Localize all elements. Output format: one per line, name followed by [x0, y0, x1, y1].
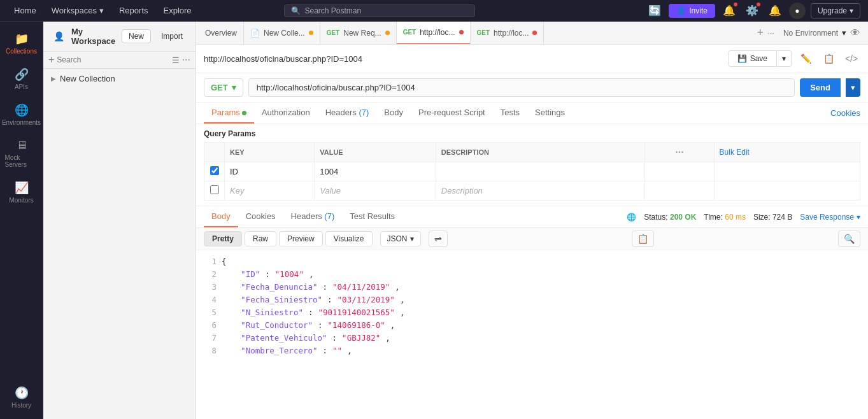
req-tab-body[interactable]: Body: [376, 103, 411, 124]
param-key-id[interactable]: ID: [225, 162, 315, 181]
json-viewer[interactable]: 1 { 2 "ID": "1004", 3 "Fecha_Denuncia": …: [196, 250, 868, 419]
code-icon[interactable]: </>: [843, 50, 860, 67]
add-icon[interactable]: +: [48, 54, 54, 66]
param-value-empty[interactable]: Value: [315, 181, 436, 201]
method-badge-get-2: GET: [477, 29, 490, 36]
param-row-id: ID 1004: [204, 162, 860, 181]
json-line-1: 1 {: [204, 255, 860, 268]
notification-badge: [733, 2, 738, 7]
req-tab-authorization[interactable]: Authorization: [254, 103, 318, 124]
param-checkbox-empty[interactable]: [210, 185, 219, 194]
fmt-visualize-button[interactable]: Visualize: [325, 231, 373, 246]
edit-icon[interactable]: ✏️: [797, 50, 815, 67]
param-key-empty[interactable]: Key: [225, 181, 315, 201]
tab-dot: [309, 31, 313, 35]
cookies-link[interactable]: Cookies: [830, 108, 860, 118]
tab-new-collection[interactable]: 📄 New Colle...: [244, 22, 320, 45]
req-tab-params[interactable]: Params: [204, 103, 254, 124]
tab-new-request[interactable]: GET New Req...: [320, 22, 397, 45]
save-button[interactable]: 💾 Save: [728, 50, 777, 67]
tab-localhost-active[interactable]: GET http://loc...: [397, 22, 471, 45]
resp-tab-headers[interactable]: Headers (7): [283, 206, 343, 227]
side-panel-tools: + ☰ ···: [43, 52, 196, 69]
req-tab-tests[interactable]: Tests: [493, 103, 527, 124]
add-tab-icon[interactable]: +: [757, 26, 764, 39]
param-desc-empty[interactable]: Description: [436, 181, 645, 201]
sidebar-item-apis[interactable]: 🔗 APIs: [3, 62, 41, 96]
tab-dot-active: [459, 30, 464, 34]
json-line-4: 4 "Fecha_Siniestro": "03/11/2019",: [204, 294, 860, 306]
resp-tab-body[interactable]: Body: [204, 206, 238, 227]
avatar[interactable]: ●: [789, 3, 806, 19]
sidebar-item-collections[interactable]: 📁 Collections: [3, 27, 41, 60]
col-more[interactable]: ···: [645, 143, 714, 162]
collections-icon: 📁: [15, 32, 29, 46]
more-icon[interactable]: ···: [182, 54, 190, 66]
environment-selector[interactable]: No Environment ▾: [783, 28, 846, 38]
url-display: http://localhost/oficina/buscar.php?ID=1…: [204, 54, 723, 64]
json-format-select[interactable]: JSON ▾: [380, 231, 421, 246]
col-bulk-edit[interactable]: Bulk Edit: [714, 143, 860, 162]
tab-actions: + ··· No Environment ▾ 👁: [757, 26, 865, 39]
eye-icon[interactable]: 👁: [850, 27, 860, 39]
req-tab-headers[interactable]: Headers (7): [318, 103, 377, 124]
sidebar-item-environments[interactable]: 🌐 Environments: [3, 98, 41, 131]
tab-localhost-2[interactable]: GET http://loc...: [471, 22, 544, 45]
save-response-button[interactable]: Save Response ▾: [800, 213, 860, 222]
response-status: Status: 200 OK: [644, 213, 696, 222]
resp-tab-test-results[interactable]: Test Results: [342, 206, 402, 227]
nav-explore[interactable]: Explore: [157, 3, 198, 18]
save-dropdown[interactable]: ▾: [777, 50, 792, 67]
param-value-id[interactable]: 1004: [315, 162, 436, 181]
tab-overview[interactable]: Overview: [199, 22, 244, 45]
search-bar[interactable]: 🔍 Search Postman: [284, 4, 475, 17]
fmt-raw-button[interactable]: Raw: [245, 231, 276, 246]
param-checkbox-id[interactable]: [210, 166, 219, 175]
resp-tab-cookies[interactable]: Cookies: [238, 206, 283, 227]
nav-reports[interactable]: Reports: [113, 3, 155, 18]
chevron-right-icon: ▶: [51, 75, 56, 82]
send-button[interactable]: Send: [800, 78, 841, 97]
send-dropdown[interactable]: ▾: [846, 78, 860, 97]
search-response-icon[interactable]: 🔍: [838, 231, 860, 247]
upgrade-button[interactable]: Upgrade ▾: [811, 3, 860, 18]
collections-search-input[interactable]: [57, 55, 169, 64]
url-input[interactable]: [248, 78, 795, 97]
more-tabs-icon[interactable]: ···: [767, 28, 774, 38]
req-tab-settings[interactable]: Settings: [527, 103, 573, 124]
tabs-bar: Overview 📄 New Colle... GET New Req... G…: [196, 22, 868, 45]
sidebar-item-history[interactable]: 🕐 History: [3, 381, 41, 414]
method-badge-get-active: GET: [403, 29, 416, 36]
apis-icon: 🔗: [15, 67, 29, 82]
sidebar-item-mock-servers[interactable]: 🖥 Mock Servers: [3, 134, 41, 173]
notification-bell-icon[interactable]: 🔔: [720, 2, 738, 20]
param-desc-id[interactable]: [436, 162, 645, 181]
invite-button[interactable]: 👤 Invite: [669, 4, 715, 18]
params-dot: [242, 111, 246, 115]
doc-icon[interactable]: 📋: [820, 50, 837, 67]
method-select[interactable]: GET ▾: [204, 78, 243, 97]
nav-workspaces[interactable]: Workspaces ▾: [45, 3, 110, 18]
params-table: KEY VALUE DESCRIPTION ··· Bulk Edit ID 1…: [204, 142, 860, 201]
collection-name: New Collection: [60, 74, 115, 83]
copy-icon[interactable]: 📋: [632, 231, 654, 247]
nav-home[interactable]: Home: [8, 3, 43, 18]
json-line-7: 7 "Patente_Vehiculo": "GBJJ82",: [204, 332, 860, 344]
monitors-icon: 📈: [15, 181, 29, 195]
json-line-2: 2 "ID": "1004",: [204, 268, 860, 281]
sync-icon[interactable]: 🔄: [646, 2, 664, 20]
new-button[interactable]: New: [122, 29, 151, 43]
wrap-icon[interactable]: ⇌: [429, 231, 448, 247]
left-sidebar: 📁 Collections 🔗 APIs 🌐 Environments 🖥 Mo…: [0, 22, 43, 419]
collection-item[interactable]: ▶ New Collection: [43, 69, 196, 89]
request-bar: GET ▾ Send ▾: [196, 73, 868, 103]
fmt-pretty-button[interactable]: Pretty: [204, 231, 242, 246]
import-button[interactable]: Import: [155, 30, 189, 43]
alerts-icon[interactable]: 🔔: [766, 2, 784, 20]
sidebar-item-monitors[interactable]: 📈 Monitors: [3, 176, 41, 209]
format-toolbar: Pretty Raw Preview Visualize JSON ▾ ⇌ 📋 …: [196, 228, 868, 250]
fmt-preview-button[interactable]: Preview: [279, 231, 323, 246]
filter-icon[interactable]: ☰: [172, 55, 180, 65]
req-tab-pre-request[interactable]: Pre-request Script: [411, 103, 493, 124]
settings-icon[interactable]: ⚙️: [743, 2, 761, 20]
